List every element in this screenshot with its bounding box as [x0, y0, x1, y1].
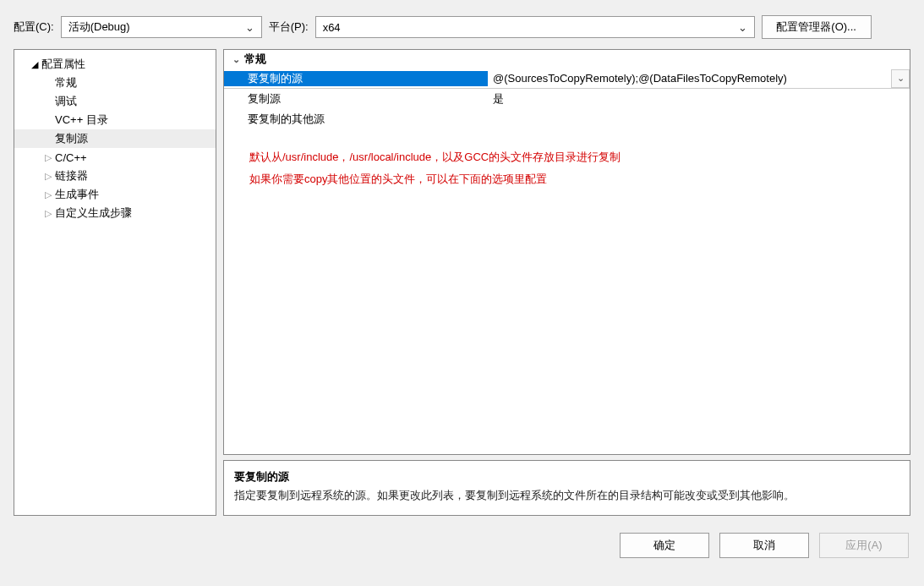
tree-item-vcdirs[interactable]: VC++ 目录: [14, 111, 216, 129]
top-bar: 配置(C): 活动(Debug) ⌄ 平台(P): x64 ⌄ 配置管理器(O)…: [0, 0, 924, 49]
main-area: ◢ 配置属性 常规 调试 VC++ 目录 复制源 ▷C/C++ ▷链接器 ▷生成…: [0, 49, 924, 523]
cancel-button[interactable]: 取消: [719, 533, 809, 558]
prop-name: 要复制的其他源: [224, 112, 488, 127]
chevron-down-icon: ⌄: [232, 54, 244, 65]
platform-value: x64: [323, 21, 341, 34]
apply-button[interactable]: 应用(A): [819, 533, 909, 558]
prop-name: 要复制的源: [224, 71, 488, 86]
tree-item-ccpp[interactable]: ▷C/C++: [14, 148, 216, 167]
prop-row-other[interactable]: 要复制的其他源: [224, 109, 910, 129]
prop-value[interactable]: 是: [488, 91, 910, 107]
config-label: 配置(C):: [14, 19, 54, 35]
triangle-right-icon: ▷: [45, 208, 53, 219]
config-value: 活动(Debug): [68, 19, 130, 35]
description-body: 指定要复制到远程系统的源。如果更改此列表，要复制到远程系统的文件所在的目录结构可…: [234, 488, 899, 503]
tree-item-linker[interactable]: ▷链接器: [14, 167, 216, 185]
triangle-right-icon: ▷: [45, 152, 53, 163]
group-header[interactable]: ⌄ 常规: [224, 50, 910, 68]
platform-label: 平台(P):: [269, 19, 309, 35]
footer-buttons: 确定 取消 应用(A): [0, 523, 924, 558]
prop-row-copy[interactable]: 复制源 是: [224, 89, 910, 109]
annotation-note: 默认从/usr/include，/usr/local/include，以及GCC…: [224, 129, 910, 190]
triangle-right-icon: ▷: [45, 171, 53, 182]
ok-button[interactable]: 确定: [620, 533, 709, 558]
description-title: 要复制的源: [234, 469, 899, 485]
tree-item-buildevents[interactable]: ▷生成事件: [14, 185, 216, 204]
tree-item-customstep[interactable]: ▷自定义生成步骤: [14, 204, 216, 222]
config-manager-button[interactable]: 配置管理器(O)...: [762, 15, 872, 39]
chevron-down-icon: ⌄: [243, 21, 258, 34]
tree-panel: ◢ 配置属性 常规 调试 VC++ 目录 复制源 ▷C/C++ ▷链接器 ▷生成…: [14, 49, 216, 516]
tree-root-label: 配置属性: [41, 57, 85, 72]
prop-name: 复制源: [224, 91, 488, 107]
dropdown-button[interactable]: ⌄: [891, 69, 910, 88]
tree-item-copysources[interactable]: 复制源: [14, 129, 216, 148]
triangle-right-icon: ▷: [45, 189, 53, 200]
note-line-2: 如果你需要copy其他位置的头文件，可以在下面的选项里配置: [249, 168, 884, 190]
chevron-down-icon: ⌄: [735, 21, 751, 34]
triangle-down-icon: ◢: [31, 59, 40, 70]
config-combo[interactable]: 活动(Debug) ⌄: [61, 16, 262, 38]
prop-value[interactable]: @(SourcesToCopyRemotely);@(DataFilesToCo…: [488, 72, 891, 85]
note-line-1: 默认从/usr/include，/usr/local/include，以及GCC…: [249, 146, 884, 168]
prop-row-sources[interactable]: 要复制的源 @(SourcesToCopyRemotely);@(DataFil…: [224, 68, 910, 89]
property-grid: ⌄ 常规 要复制的源 @(SourcesToCopyRemotely);@(Da…: [223, 49, 910, 455]
platform-combo[interactable]: x64 ⌄: [315, 16, 755, 38]
group-label: 常规: [244, 52, 266, 67]
description-panel: 要复制的源 指定要复制到远程系统的源。如果更改此列表，要复制到远程系统的文件所在…: [223, 460, 910, 516]
tree-root[interactable]: ◢ 配置属性: [14, 55, 216, 74]
tree-item-debug[interactable]: 调试: [14, 92, 216, 111]
right-pane: ⌄ 常规 要复制的源 @(SourcesToCopyRemotely);@(Da…: [223, 49, 910, 516]
tree-item-general[interactable]: 常规: [14, 74, 216, 92]
